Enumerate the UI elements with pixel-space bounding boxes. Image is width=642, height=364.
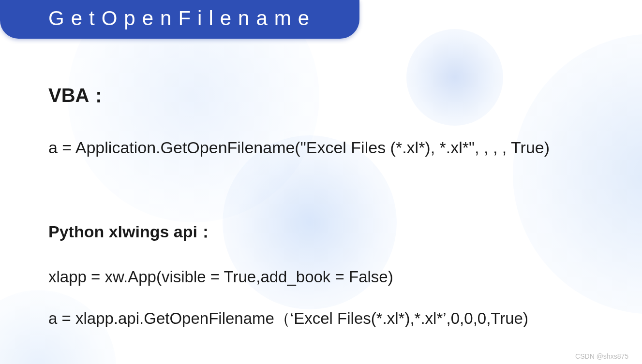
slide-title: GetOpenFilename: [0, 0, 359, 39]
vba-code-line: a = Application.GetOpenFilename("Excel F…: [48, 137, 603, 159]
python-code-line-1: xlapp = xw.App(visible = True,add_book =…: [48, 266, 603, 288]
python-heading: Python xlwings api：: [48, 221, 603, 243]
python-code-line-2: a = xlapp.api.GetOpenFilename（‘Excel Fil…: [48, 308, 603, 330]
vba-heading: VBA：: [48, 82, 603, 109]
slide-content: VBA： a = Application.GetOpenFilename("Ex…: [48, 82, 603, 350]
watermark-text: CSDN @shxs875: [575, 352, 628, 360]
